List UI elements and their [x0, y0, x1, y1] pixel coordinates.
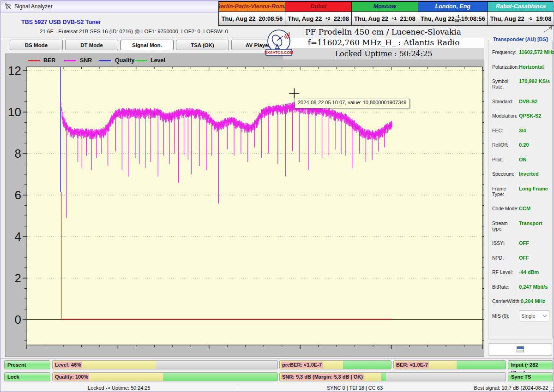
clock-time-cell: Thu, Aug 22+222:08	[285, 12, 352, 26]
transponder-row: Polarization:Horizontal	[492, 64, 549, 70]
transponder-label: FEC:	[492, 128, 519, 133]
preber-progressbar: preBER: <1.0E-7	[279, 360, 391, 369]
transponder-value: DVB-S2	[519, 99, 537, 104]
clock-city-header: Dubai	[285, 1, 352, 12]
locked-uptime-text: Locked Uptime : 50:24:25	[283, 48, 484, 59]
status-bar: Locked -> Uptime: 50:24:25 SYNC 0 | TEI …	[0, 383, 554, 392]
transponder-label: Spectrum:	[492, 171, 519, 177]
transponder-row: Frequency:11602,572 MHz	[492, 49, 549, 55]
transponder-label: BitRate:	[492, 284, 519, 290]
transponder-row: Spectrum:Inverted	[492, 171, 549, 177]
panel-stripe-icon	[517, 346, 524, 352]
transponder-row: CarrierWidth:0,204 MHz	[492, 298, 549, 304]
transponder-label: Code Mode:	[492, 206, 519, 211]
transponder-value: 0,247 Mbit/s	[519, 284, 548, 290]
clock-city-header: London, Eng	[418, 1, 488, 12]
signal-chart[interactable]: BERSNRQualityLevel 024681012	[5, 53, 484, 357]
dxsatcs-logo: DXSATCS.COM	[265, 29, 293, 57]
transponder-panel: Transponder (AU) [BS] Frequency:11602,57…	[488, 40, 553, 339]
mis-row: MIS (0): Single	[492, 310, 549, 321]
clock-date: Thu, Aug 22	[490, 15, 524, 22]
tuner-name: TBS 5927 USB DVB-S2 Tuner	[21, 19, 101, 25]
transponder-value: Long Frame	[519, 186, 548, 191]
chart-plot[interactable]: 024681012	[6, 54, 484, 356]
svg-text:10: 10	[8, 105, 21, 119]
tab-tsa-ok-[interactable]: TSA (OK)	[176, 40, 229, 50]
transponder-label: NPD:	[492, 255, 519, 261]
transponder-panel-title: Transponder (AU) [BS]	[491, 36, 550, 42]
transponder-row: Standard:DVB-S2	[492, 99, 549, 104]
transponder-label: RollOff:	[492, 142, 519, 148]
transponder-label: Symbol Rate:	[492, 78, 519, 89]
resize-grip[interactable]	[548, 386, 554, 392]
present-indicator: Present	[4, 360, 50, 369]
transponder-value: 0.20	[519, 142, 529, 148]
bar-label: preBER: <1.0E-7	[281, 362, 323, 368]
layout-button[interactable]	[488, 343, 552, 356]
bar-label: Level: 46%	[54, 362, 82, 368]
world-clock-table: Berlin-Paris-Vienna-RomaDubaiMoscowLondo…	[218, 1, 554, 26]
clock-time-cell: Thu, Aug 2220:08:56	[219, 12, 286, 26]
clock-city-header: Rabat-Casablanca	[488, 1, 554, 12]
transponder-row: FEC:3/4	[492, 128, 549, 133]
transponder-label: Frequency:	[492, 49, 519, 55]
quality-progressbar: Quality: 100%	[52, 372, 278, 381]
transponder-row: ISSYIOFF	[492, 240, 549, 246]
antenna-location-title: PF Prodelin 450 cm / Lucenec-Slovakia	[282, 27, 484, 36]
statusbar-best-signal: Best signal: 10,7 dB (2024-08-22 06:48)	[472, 383, 550, 392]
transponder-label: Stream type:	[492, 220, 519, 232]
clock-utc-offset: -1DST	[455, 15, 461, 23]
transponder-label: Modulation:	[492, 113, 519, 119]
transponder-row: Stream type:Transport	[492, 220, 549, 232]
frequency-band: f=11602,760 MHz_H_ : Atlantis Radio	[283, 37, 484, 48]
transponder-label: Pilot:	[492, 157, 519, 162]
clock-date: Thu, Aug 22	[222, 15, 256, 22]
satellite-dish-icon	[5, 3, 12, 10]
lock-indicator: Lock	[4, 372, 50, 381]
tab-dt-mode[interactable]: DT Mode	[65, 40, 118, 50]
clock-time-cell: Thu, Aug 22-1DST19:08:56	[418, 12, 488, 26]
transponder-value: QPSK-S2	[519, 113, 541, 119]
chart-tooltip: 2024-08-22 05.10.07, value: 10,800000190…	[295, 99, 410, 108]
bar-segment-green	[343, 361, 391, 369]
transponder-label: Frame Type:	[492, 186, 519, 197]
svg-text:2: 2	[15, 271, 21, 285]
transponder-label: RF Level:	[492, 269, 519, 275]
clock-utc-offset: +2	[322, 17, 334, 20]
clock-date: Thu, Aug 22	[354, 15, 388, 22]
svg-text:4: 4	[15, 230, 21, 244]
clock-utc-offset: -1	[524, 17, 536, 20]
clock-utc-offset: +1	[388, 17, 400, 20]
transponder-row: Modulation:QPSK-S2	[492, 113, 549, 119]
corner-arrow-icon	[543, 26, 553, 32]
transponder-row: Pilot:ON	[492, 157, 549, 162]
mis-dropdown[interactable]: Single	[519, 310, 549, 321]
bar-label: BER: <1.0E-7	[395, 362, 429, 368]
transponder-row: Code Mode:CCM	[492, 206, 549, 211]
clock-time: 19:08:56	[461, 15, 485, 22]
logo-text: DXSATCS.COM	[265, 50, 293, 55]
transponder-rows: Frequency:11602,572 MHzPolarization:Hori…	[492, 49, 549, 304]
snr-progressbar: SNR: 9,3 dB (Margin: 5,3 dB | OK)	[279, 372, 506, 381]
statusbar-sync: SYNC 0 | TEI 18 | CC 63	[238, 383, 472, 392]
bar-segment-green	[163, 373, 277, 381]
transponder-row: Symbol Rate:170,992 KS/s	[492, 78, 549, 89]
transponder-label: Polarization:	[492, 64, 519, 70]
tab-signal-mon-[interactable]: Signal Mon.	[120, 40, 174, 50]
input-indicator: Input (~282 Kbps)	[508, 360, 553, 369]
clock-time: 20:08:56	[259, 15, 283, 22]
transponder-row: RollOff:0.20	[492, 142, 549, 148]
transponder-value: OFF	[519, 255, 529, 261]
clock-date: Thu, Aug 22	[288, 15, 322, 22]
transponder-value: 11602,572 MHz	[519, 49, 554, 55]
tuner-details: 21.6E - Eutelsat 21B SES 16 (ID: 0216) @…	[40, 29, 228, 34]
transponder-label: Standard:	[492, 99, 519, 104]
tab-bs-mode[interactable]: BS Mode	[10, 40, 63, 50]
clock-time-cell: Thu, Aug 22-119:08	[488, 12, 554, 26]
clock-time-cell: Thu, Aug 22+121:08	[351, 12, 418, 26]
uptime-band: Locked Uptime : 50:24:25	[283, 48, 484, 59]
transponder-value: -44 dBm	[519, 269, 539, 275]
signal-analyzer-window: Signal Analyzer Berlin-Paris-Vienna-Roma…	[0, 0, 554, 392]
divider	[0, 358, 554, 359]
level-progressbar: Level: 46%	[52, 360, 278, 369]
